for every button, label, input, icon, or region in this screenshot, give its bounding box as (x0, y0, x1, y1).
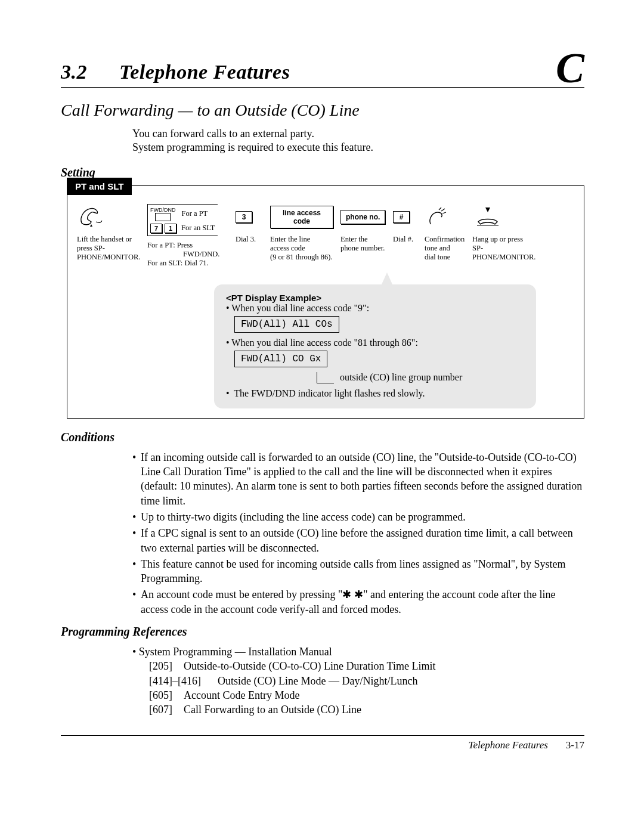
ref-605-text: Account Code Entry Mode (184, 688, 299, 702)
condition-3: If a CPC signal is sent to an outside (C… (141, 526, 584, 555)
ref-605-code: [605] (149, 688, 184, 702)
references-heading: Programming References (61, 625, 584, 639)
caption-phone-number: Enter the phone number. (340, 235, 385, 253)
ref-414-416-code: [414]–[416] (149, 674, 218, 688)
caption-line-access: Enter the line access code (9 or 81 thro… (270, 235, 333, 262)
key-hash: # (393, 211, 410, 223)
procedure-tab: PT and SLT (67, 178, 132, 195)
ref-205-code: [205] (149, 659, 184, 673)
caption-press-fwddnd: For a PT: Press FWD/DND. For an SLT: Dia… (147, 241, 219, 268)
callout-line2: When you dial line access code "81 throu… (231, 337, 418, 348)
condition-4: This feature cannot be used for incoming… (141, 557, 584, 586)
handset-icon (77, 204, 106, 230)
intro-line2: System programming is required to execut… (132, 141, 584, 154)
condition-2: Up to thirty-two digits (including the l… (141, 510, 466, 524)
display-legend: outside (CO) line group number (340, 372, 462, 382)
display-example-2: FWD(All) CO Gx (234, 351, 327, 367)
display-example-1: FWD(All) All COs (234, 316, 339, 333)
caption-dial-hash: Dial #. (393, 235, 413, 244)
feature-subtitle: Call Forwarding — to an Outside (CO) Lin… (61, 101, 584, 120)
ref-intro: System Programming — Installation Manual (139, 646, 332, 658)
branch-slt-label: For an SLT (181, 224, 215, 233)
procedure-box: PT and SLT Lift the handset or press SP-… (67, 185, 584, 419)
hangup-icon (472, 204, 506, 230)
callout-line1: When you dial line access code "9": (231, 303, 369, 313)
intro-text: You can forward calls to an external par… (132, 127, 584, 155)
star-star: ✱ ✱ (342, 589, 363, 600)
callout-title: <PT Display Example> (226, 293, 524, 303)
section-number: 3.2 (61, 61, 87, 83)
footer-title: Telephone Features (469, 739, 548, 751)
caption-confirmation-tone: Confirmation tone and dial tone (425, 235, 465, 262)
caption-lift-handset: Lift the handset or press SP-PHONE/MONIT… (77, 235, 143, 262)
key-7: 7 (150, 224, 162, 233)
branch-pt-label: For a PT (182, 209, 208, 218)
tone-icon (425, 204, 448, 230)
ref-414-416-text: Outside (CO) Line Mode — Day/Night/Lunch (218, 674, 417, 688)
key-3: 3 (236, 211, 252, 223)
pt-display-callout: <PT Display Example> • When you dial lin… (214, 284, 536, 408)
caption-dial-3: Dial 3. (236, 235, 256, 244)
callout-line3: The FWD/DND indicator light flashes red … (234, 388, 425, 398)
page-footer: Telephone Features 3-17 (61, 739, 584, 751)
index-letter: C (556, 51, 584, 86)
references-list: • System Programming — Installation Manu… (132, 645, 584, 717)
footer-rule (61, 735, 584, 736)
page-header: 3.2Telephone Features C (61, 48, 584, 88)
key-1: 1 (165, 224, 177, 233)
footer-page-number: 3-17 (566, 739, 584, 751)
setting-heading: Setting (61, 166, 584, 179)
intro-line1: You can forward calls to an external par… (132, 127, 584, 141)
condition-5: An account code must be entered by press… (141, 587, 584, 617)
key-phone-no: phone no. (340, 210, 385, 224)
key-line-access-code: line access code (270, 206, 333, 228)
ref-205-text: Outside-to-Outside (CO-to-CO) Line Durat… (184, 659, 435, 673)
conditions-list: •If an incoming outside call is forwarde… (132, 450, 584, 617)
ref-607-code: [607] (149, 702, 184, 717)
caption-hang-up: Hang up or press SP-PHONE/MONITOR. (472, 235, 535, 262)
condition-1: If an incoming outside call is forwarded… (141, 450, 584, 508)
fwd-dnd-key: FWD/DND (150, 207, 176, 221)
ref-607-text: Call Forwarding to an Outside (CO) Line (184, 702, 361, 717)
svg-marker-1 (485, 208, 490, 212)
conditions-heading: Conditions (61, 431, 584, 444)
section-title: Telephone Features (119, 61, 290, 83)
svg-marker-0 (90, 224, 92, 227)
